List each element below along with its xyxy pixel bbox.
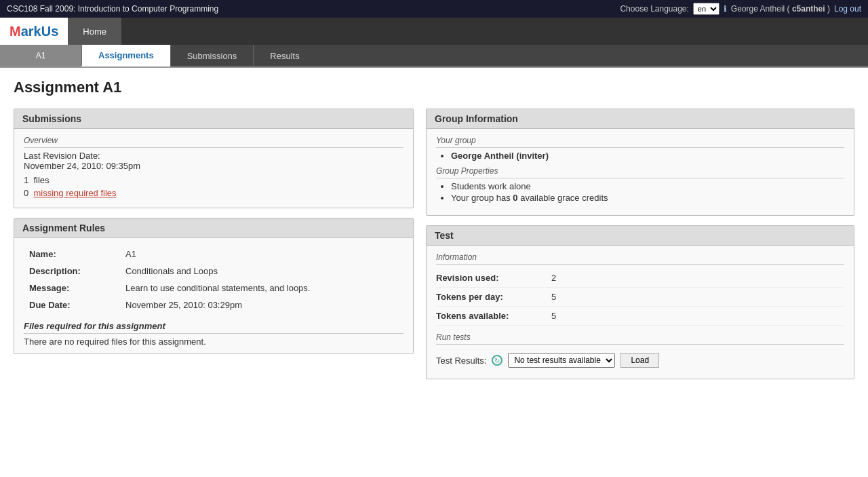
tab-assignments[interactable]: Assignments (81, 45, 170, 66)
name-row: Name: A1 (25, 246, 402, 262)
logo-mark: M (9, 24, 21, 39)
due-date-row: Due Date: November 25, 2010: 03:29pm (25, 297, 402, 313)
group-info-body: Your group George Antheil (inviter) Grou… (427, 129, 854, 215)
test-results-label: Test Results: (436, 356, 486, 366)
group-member: George Antheil (inviter) (451, 151, 844, 161)
group-properties-label: Group Properties (436, 166, 844, 178)
assignment-rules-panel: Assignment Rules Name: A1 Description: C… (14, 218, 414, 354)
assignment-rules-body: Name: A1 Description: Conditionals and L… (14, 238, 413, 354)
test-panel-header: Test (427, 226, 854, 246)
tokens-available-row: Tokens available: 5 (436, 307, 844, 326)
submissions-panel-body: Overview Last Revision Date: November 24… (14, 129, 413, 208)
main-content: Assignment A1 Submissions Overview Last … (0, 68, 868, 390)
due-date-label: Due Date: (25, 297, 120, 313)
name-label: Name: (25, 246, 120, 262)
header: MarkUs Home (0, 18, 868, 45)
tab-submissions[interactable]: Submissions (170, 45, 254, 66)
missing-count: 0 (24, 188, 28, 198)
current-assignment-label: A1 (0, 45, 81, 66)
tokens-per-day-value: 5 (551, 292, 556, 302)
user-login: c5anthei (792, 4, 825, 14)
last-revision-label: Last Revision Date: (24, 151, 403, 161)
last-revision-date: November 24, 2010: 09:35pm (24, 161, 403, 171)
revision-used-value: 2 (551, 273, 556, 283)
user-name: George Antheil ( c5anthei ) (731, 4, 830, 14)
group-member-name: George Antheil (inviter) (451, 151, 549, 161)
test-panel-body: Information Revision used: 2 Tokens per … (427, 246, 854, 379)
course-title: CSC108 Fall 2009: Introduction to Comput… (7, 4, 218, 14)
rules-table: Name: A1 Description: Conditionals and L… (24, 245, 403, 314)
tokens-per-day-row: Tokens per day: 5 (436, 288, 844, 307)
tokens-available-label: Tokens available: (436, 311, 551, 321)
info-icon: ℹ (724, 4, 727, 14)
grace-credits-count: 0 (513, 193, 517, 203)
test-panel: Test Information Revision used: 2 Tokens… (426, 225, 854, 379)
test-results-row: Test Results: ↻ No test results availabl… (436, 349, 844, 372)
missing-row: 0 missing required files (24, 188, 403, 198)
message-label: Message: (25, 280, 120, 296)
assignment-rules-header: Assignment Rules (14, 218, 413, 238)
group-members-list: George Antheil (inviter) (436, 151, 844, 161)
files-count-row: 1 files (24, 175, 403, 185)
submissions-panel: Submissions Overview Last Revision Date:… (14, 109, 414, 208)
columns: Submissions Overview Last Revision Date:… (14, 109, 854, 379)
revision-used-label: Revision used: (436, 273, 551, 283)
group-property-alone: Students work alone (451, 181, 844, 191)
tab-results[interactable]: Results (253, 45, 315, 66)
language-select[interactable]: en fr (693, 3, 719, 15)
submissions-panel-header: Submissions (14, 109, 413, 129)
files-label: files (33, 175, 49, 185)
description-value: Conditionals and Loops (121, 263, 402, 279)
logo-area: MarkUs (0, 18, 68, 45)
top-bar: CSC108 Fall 2009: Introduction to Comput… (0, 0, 868, 18)
description-row: Description: Conditionals and Loops (25, 263, 402, 279)
load-button[interactable]: Load (620, 353, 659, 368)
choose-language-label: Choose Language: (620, 4, 688, 14)
due-date-value: November 25, 2010: 03:29pm (121, 297, 402, 313)
logo-rest: arkUs (21, 24, 59, 39)
files-count: 1 (24, 175, 28, 185)
left-column: Submissions Overview Last Revision Date:… (14, 109, 414, 354)
your-group-label: Your group (436, 136, 844, 148)
group-properties-list: Students work alone Your group has 0 ava… (436, 181, 844, 203)
description-label: Description: (25, 263, 120, 279)
secondary-nav: A1 Assignments Submissions Results (0, 45, 868, 68)
right-column: Group Information Your group George Anth… (426, 109, 854, 379)
top-bar-right: Choose Language: en fr ℹ George Antheil … (620, 3, 861, 15)
message-row: Message: Learn to use conditional statem… (25, 280, 402, 296)
no-files-message: There are no required files for this ass… (24, 337, 403, 347)
refresh-icon[interactable]: ↻ (492, 355, 502, 366)
name-value: A1 (121, 246, 402, 262)
tokens-per-day-label: Tokens per day: (436, 292, 551, 302)
logout-link[interactable]: Log out (834, 4, 861, 14)
group-info-panel: Group Information Your group George Anth… (426, 109, 854, 216)
test-results-select[interactable]: No test results available (508, 353, 615, 368)
logo: MarkUs (9, 24, 58, 39)
group-property-credits: Your group has 0 available grace credits (451, 193, 844, 203)
home-tab[interactable]: Home (68, 18, 121, 45)
group-info-header: Group Information (427, 109, 854, 129)
revision-used-row: Revision used: 2 (436, 269, 844, 288)
last-revision-block: Last Revision Date: November 24, 2010: 0… (24, 151, 403, 171)
message-value: Learn to use conditional statements, and… (121, 280, 402, 296)
run-tests-label: Run tests (436, 332, 844, 345)
information-label: Information (436, 252, 844, 265)
page-title: Assignment A1 (14, 79, 854, 96)
tokens-available-value: 5 (551, 311, 556, 321)
overview-label: Overview (24, 136, 403, 148)
missing-required-files-link[interactable]: missing required files (33, 188, 116, 198)
files-required-title: Files required for this assignment (24, 321, 403, 334)
